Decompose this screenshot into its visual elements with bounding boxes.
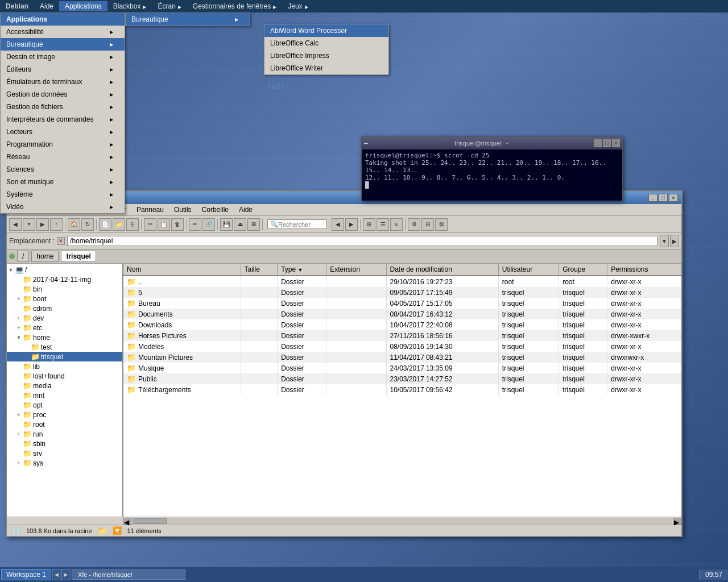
tree-item-trisquel[interactable]: + 📁 trisquel [7,352,122,361]
menu-item-programmation[interactable]: Programmation ▶ [1,138,125,151]
tree-item-etc[interactable]: + 📁 etc [7,323,122,332]
xfe-menu-aide[interactable]: Aide [237,205,255,214]
home-btn[interactable]: 🏠 [68,218,80,231]
rename-btn[interactable]: ✏ [189,218,201,231]
top-menu-aide[interactable]: Aide [34,1,59,11]
menu-abiword[interactable]: AbiWord Word Processor [264,24,388,37]
menu-item-reseau[interactable]: Réseau ▶ [1,151,125,163]
col-date[interactable]: Date de modification [386,264,498,276]
new-file-btn[interactable]: 📄 [99,218,111,231]
tree-item-home[interactable]: ▼ 📁 home [7,332,122,342]
col-groupe[interactable]: Groupe [559,264,607,276]
menu-item-editeurs[interactable]: Éditeurs ▶ [1,63,125,76]
menu-item-video[interactable]: Vidéo ▶ [1,201,125,213]
tree-item-cdrom[interactable]: 📁 cdrom [7,304,122,313]
xfe-menu-outils[interactable]: Outils [172,205,194,214]
top-menu-blackbox[interactable]: Blackbox [107,1,152,11]
xfe-minimize-btn[interactable]: _ [648,194,657,202]
view3-btn[interactable]: ⊠ [435,218,448,231]
table-row[interactable]: 📁Bureau Dossier 04/05/2017 15:17:05 tris… [123,298,681,309]
breadcrumb-home[interactable]: home [31,251,59,262]
tree-item-dev[interactable]: + 📁 dev [7,313,122,323]
table-row[interactable]: 📁5 Dossier 09/05/2017 17:15:49 trisquel … [123,287,681,298]
up-btn[interactable]: ↑ [50,218,63,231]
address-go-btn[interactable]: ▶ [670,235,679,247]
top-menu-gestionnaires[interactable]: Gestionnaires de fenêtres [187,1,282,11]
xfe-filelist[interactable]: Nom Taille Type ▼ Extension Date de modi… [123,264,681,517]
menu-item-dessin[interactable]: Dessin et image ▶ [1,51,125,63]
table-row[interactable]: 📁Mountain Pictures Dossier 11/04/2017 08… [123,352,681,363]
col-utilisateur[interactable]: Utilisateur [498,264,559,276]
back-arrow-btn[interactable]: ▼ [23,218,35,231]
xfe-menu-panneau[interactable]: Panneau [134,205,166,214]
xfe-maximize-btn[interactable]: □ [659,194,668,202]
xfe-close-btn[interactable]: × [669,194,678,202]
prefs-btn[interactable]: ⚙ [408,218,420,231]
tree-item-run[interactable]: + 📁 run [7,429,122,439]
menu-item-accessibilite[interactable]: Accessibilité ▶ [1,26,125,38]
menu-bureautique-item[interactable]: Bureautique ▶ [126,13,250,26]
menu-item-lecteurs[interactable]: Lecteurs ▶ [1,126,125,138]
task-xfe-btn[interactable]: Xfe - /home/trisquel [72,569,185,580]
menu-libreoffice-impress[interactable]: LibreOffice Impress [264,49,388,62]
menu-item-son[interactable]: Son et musique ▶ [1,176,125,188]
link-btn[interactable]: 🔗 [202,218,215,231]
view-list-btn[interactable]: ☰ [377,218,389,231]
delete-btn[interactable]: 🗑 [171,218,184,231]
address-clear-btn[interactable]: ✕ [57,237,65,245]
tree-item-img[interactable]: 📁 2017-04-12-11-img [7,275,122,284]
tree-item-mnt[interactable]: 📁 mnt [7,390,122,400]
tree-item-boot[interactable]: + 📁 boot [7,294,122,304]
tree-item-bin[interactable]: 📁 bin [7,284,122,294]
table-row[interactable]: 📁Public Dossier 23/03/2017 14:27:52 tris… [123,373,681,384]
tree-item-lib[interactable]: 📁 lib [7,361,122,371]
unmount-btn[interactable]: ⏏ [234,218,246,231]
address-dropdown-btn[interactable]: ▼ [660,235,669,247]
table-row[interactable]: 📁Téléchargements Dossier 10/05/2017 09:5… [123,384,681,395]
search-input[interactable] [278,221,324,228]
hscroll-right-btn[interactable]: ▶ [673,518,681,525]
menu-item-bureautique[interactable]: Bureautique ▶ [1,38,125,51]
hscroll-thumb[interactable] [133,518,167,524]
view-icons-btn[interactable]: ⊞ [363,218,375,231]
menu-libreoffice-calc[interactable]: LibreOffice Calc [264,37,388,49]
col-extension[interactable]: Extension [326,264,386,276]
table-row[interactable]: 📁Musique Dossier 24/03/2017 13:35:09 tri… [123,363,681,373]
top-menu-ecran[interactable]: Écran [152,1,187,11]
address-input[interactable] [67,236,657,246]
table-row[interactable]: 📁Downloads Dossier 10/04/2017 22:40:08 t… [123,319,681,330]
hscroll-track[interactable] [133,518,672,524]
copy-btn[interactable]: ⎘ [126,218,139,231]
terminal-minimize-btn[interactable]: _ [594,139,602,147]
menu-item-emulateurs[interactable]: Émulateurs de terminaux ▶ [1,76,125,88]
table-row[interactable]: 📁Modèles Dossier 08/09/2016 19:14:30 tri… [123,341,681,352]
menu-libreoffice-writer[interactable]: LibreOffice Writer [264,62,388,74]
breadcrumb-trisquel[interactable]: trisquel [61,251,96,262]
terminal-body[interactable]: trisquel@trisquel:~$ scrot -cd 25 Taking… [362,149,622,201]
col-permissions[interactable]: Permissions [607,264,681,276]
tree-item-srv[interactable]: 📁 srv [7,448,122,458]
view-details-btn[interactable]: ≡ [390,218,403,231]
cut-btn[interactable]: ✂ [144,218,156,231]
tree-item-root[interactable]: ▼ 💻 / [7,265,122,275]
tree-item-sys[interactable]: + 📁 sys [7,458,122,468]
search-box[interactable]: 🔍 [267,219,326,229]
paste-btn[interactable]: 📋 [158,218,170,231]
menu-item-systeme[interactable]: Système ▶ [1,188,125,201]
back-btn[interactable]: ◀ [9,218,22,231]
tree-item-media[interactable]: 📁 media [7,381,122,390]
term-btn[interactable]: 🖥 [247,218,260,231]
xfe-hscroll[interactable]: ◀ ▶ [7,517,681,525]
tree-item-root[interactable]: 📁 root [7,419,122,429]
menu-item-gestion-fichiers[interactable]: Gestion de fichiers ▶ [1,101,125,113]
col-taille[interactable]: Taille [241,264,278,276]
hscroll-left-btn[interactable]: ◀ [123,518,131,525]
workspace-prev-btn[interactable]: ◀ [52,569,61,580]
col-type[interactable]: Type ▼ [278,264,326,276]
mount-btn[interactable]: 💾 [220,218,233,231]
table-row[interactable]: 📁Horses Pictures Dossier 27/11/2016 18:5… [123,330,681,341]
top-menu-applications[interactable]: Applications [59,1,107,11]
table-row[interactable]: 📁.. Dossier 29/10/2016 19:27:23 root roo… [123,276,681,287]
menu-item-gestion-donnees[interactable]: Gestion de données ▶ [1,88,125,101]
nav-next-btn[interactable]: ▶ [345,218,358,231]
